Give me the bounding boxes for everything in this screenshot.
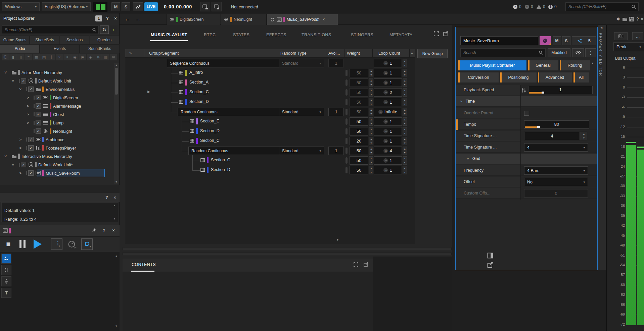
save-icon[interactable]: [629, 16, 634, 22]
scrollbar-thumb[interactable]: [115, 68, 118, 95]
spin-up-icon[interactable]: ▲: [404, 89, 406, 92]
tree-item-interactive-music-hierarchy[interactable]: >Interactive Music Hierarchy: [0, 152, 114, 161]
tab-soundbanks[interactable]: SoundBanks: [80, 44, 120, 53]
slider-thumb[interactable]: [542, 92, 544, 94]
loop-count-input[interactable]: ∞1: [374, 59, 402, 67]
loop-spinner[interactable]: ▲▼: [403, 108, 407, 116]
property-tab-positioning[interactable]: Positioning: [500, 72, 537, 82]
refresh-button[interactable]: ↻: [100, 25, 109, 34]
spin-up-icon[interactable]: ▲: [370, 109, 372, 111]
loop-count-input[interactable]: ∞2: [374, 88, 402, 97]
spin-up-icon[interactable]: ▲: [404, 148, 406, 150]
collapse-strip-icon[interactable]: ◀: [600, 26, 602, 29]
spin-up-icon[interactable]: ▲: [404, 157, 406, 160]
section-header-grid[interactable]: >Grid: [456, 154, 597, 164]
weight-input[interactable]: 50: [350, 117, 368, 126]
collapse-arrow-icon[interactable]: >: [3, 70, 8, 75]
loop-spinner[interactable]: ▲▼: [403, 88, 407, 97]
weight-spinner[interactable]: ▲▼: [369, 98, 373, 106]
spin-down-icon[interactable]: ▼: [404, 93, 406, 96]
spin-up-icon[interactable]: ▲: [404, 70, 406, 72]
remote-platform-button[interactable]: [200, 2, 210, 11]
weight-drag-handle[interactable]: [346, 128, 348, 134]
weight-spinner[interactable]: ▲▼: [369, 117, 373, 126]
tree-item-chest[interactable]: >✓Chest: [0, 110, 114, 119]
motion-icon[interactable]: ◈: [87, 54, 94, 60]
switch-container-icon[interactable]: ▦: [33, 54, 40, 60]
loop-count-input[interactable]: ∞1: [374, 166, 402, 174]
editor-tab-music-playlist[interactable]: MUSIC PLAYLIST: [151, 32, 187, 38]
help-icon[interactable]: ?: [101, 227, 107, 233]
spin-up-icon[interactable]: ▲: [404, 79, 406, 82]
loop-count-input[interactable]: ∞1: [374, 98, 402, 106]
modified-filter-button[interactable]: Modified: [548, 48, 570, 57]
property-tab-general[interactable]: General: [528, 60, 558, 70]
loop-count-input[interactable]: ∞1: [374, 117, 402, 126]
help-icon[interactable]: ?: [105, 15, 110, 21]
work-unit-icon[interactable]: Ⓤ: [2, 54, 9, 60]
avoid-repeat-input[interactable]: 1: [328, 147, 344, 155]
spin-down-icon[interactable]: ▼: [583, 137, 585, 139]
spinner-value-box[interactable]: 4: [524, 132, 580, 140]
spin-up-icon[interactable]: ▲: [404, 128, 406, 130]
plugin-icon[interactable]: ▣: [79, 54, 86, 60]
close-panel-icon[interactable]: ×: [112, 195, 118, 201]
tab-sessions[interactable]: Sessions: [60, 36, 89, 44]
splitter-bar[interactable]: [123, 247, 452, 250]
tab-sharesets[interactable]: ShareSets: [30, 36, 59, 44]
explorer-search-input[interactable]: Search (Ctrl+F): [2, 25, 99, 34]
random-type-select[interactable]: Standard▾: [279, 59, 324, 67]
tree-item-default-work-unit[interactable]: >✓Default Work Unit: [0, 77, 114, 85]
tree-item-neonlight[interactable]: ✓NeonLight: [0, 127, 114, 135]
spin-up-icon[interactable]: ▲: [404, 60, 406, 62]
close-view-icon[interactable]: ×: [640, 16, 644, 22]
scroll-down-icon[interactable]: ▼: [113, 217, 117, 221]
folder-icon[interactable]: ▮: [9, 54, 17, 60]
close-tab-icon[interactable]: ×: [322, 17, 325, 22]
weight-spinner[interactable]: ▲▼: [369, 78, 373, 87]
weight-input[interactable]: 50: [350, 98, 368, 106]
spin-up-icon[interactable]: ▲: [404, 167, 406, 169]
editor-tab-states[interactable]: STATES: [233, 32, 249, 38]
spin-down-icon[interactable]: ▼: [370, 84, 372, 86]
language-select[interactable]: English(US) (Reference)▾: [42, 2, 91, 11]
slider-value-box[interactable]: 1: [528, 86, 593, 94]
splitter-icon[interactable]: ⇅: [94, 54, 102, 60]
avoid-repeat-input[interactable]: 1: [328, 59, 344, 67]
tree-item-lamp[interactable]: >✓Lamp: [0, 119, 114, 127]
weight-spinner[interactable]: ▲▼: [369, 108, 373, 116]
spin-down-icon[interactable]: ▼: [370, 74, 372, 76]
loop-spinner[interactable]: ▲▼: [403, 98, 407, 106]
expand-arrow-icon[interactable]: >: [26, 120, 30, 125]
sharesets-button[interactable]: 5: [572, 36, 596, 45]
visibility-button[interactable]: [572, 48, 584, 57]
property-search-input[interactable]: Search: [460, 48, 546, 57]
play-button[interactable]: [34, 239, 42, 249]
spin-up-icon[interactable]: ▲: [370, 128, 372, 130]
value-dropdown[interactable]: 4 Bars▾: [524, 166, 588, 175]
spin-down-icon[interactable]: ▼: [404, 64, 406, 66]
spin-down-icon[interactable]: ▼: [370, 142, 372, 144]
expand-search-icon[interactable]: ›: [110, 25, 118, 34]
weight-spinner[interactable]: ▲▼: [369, 127, 373, 135]
favorites-icon[interactable]: ✱: [615, 16, 621, 22]
scroll-up-icon[interactable]: ▲: [114, 63, 119, 67]
spin-down-icon[interactable]: ▼: [404, 161, 406, 164]
loop-count-input[interactable]: ∞1: [374, 137, 402, 145]
value-spinner[interactable]: ▲▼: [581, 132, 587, 140]
spin-down-icon[interactable]: ▼: [404, 122, 406, 125]
editor-tab-stingers[interactable]: STINGERS: [351, 32, 373, 38]
undock-view-icon[interactable]: [443, 31, 449, 37]
loop-count-input[interactable]: ∞1: [374, 127, 402, 135]
split-panel-icon[interactable]: [487, 252, 494, 259]
weight-input[interactable]: 50: [350, 78, 368, 87]
random-type-select[interactable]: Standard▾: [279, 147, 324, 155]
spin-up-icon[interactable]: ▲: [370, 70, 372, 72]
spin-down-icon[interactable]: ▼: [404, 142, 406, 144]
loop-count-input[interactable]: ∞1: [374, 78, 402, 87]
capture-meter-icon[interactable]: [93, 2, 107, 12]
tab-queries[interactable]: Queries: [90, 36, 119, 44]
weight-spinner[interactable]: ▲▼: [369, 137, 373, 145]
weight-drag-handle[interactable]: [346, 167, 348, 173]
sound-sfx-icon[interactable]: ✳: [63, 54, 71, 60]
